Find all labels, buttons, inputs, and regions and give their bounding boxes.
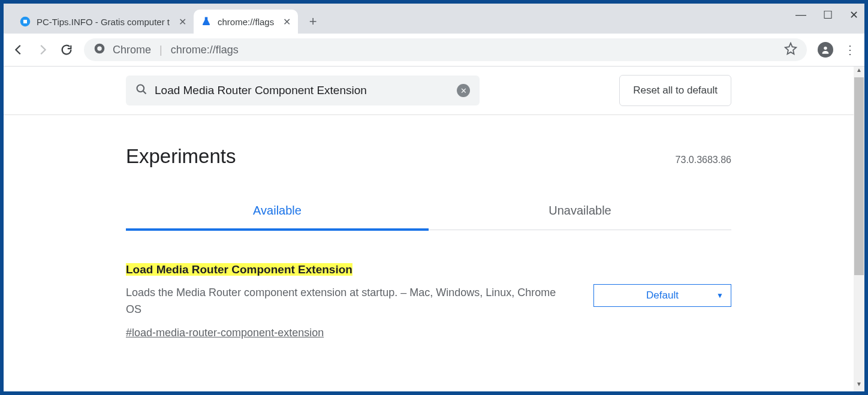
scroll-up-icon[interactable]: ▲ xyxy=(854,67,864,77)
flags-search-box[interactable]: Load Media Router Component Extension ✕ xyxy=(126,76,480,105)
experiments-heading: Experiments xyxy=(126,145,236,168)
close-icon[interactable]: ✕ xyxy=(179,16,186,28)
bookmark-star-icon[interactable] xyxy=(784,42,797,58)
info-favicon-icon xyxy=(20,16,31,27)
omnibox-divider: | xyxy=(159,44,162,56)
tab-active[interactable]: chrome://flags ✕ xyxy=(194,10,298,34)
search-input[interactable]: Load Media Router Component Extension xyxy=(155,84,450,97)
flag-item: Load Media Router Component Extension Lo… xyxy=(126,263,731,339)
scroll-down-icon[interactable]: ▼ xyxy=(854,381,864,391)
clear-search-icon[interactable]: ✕ xyxy=(457,84,470,97)
account-icon[interactable] xyxy=(818,42,833,58)
omnibox[interactable]: Chrome | chrome://flags xyxy=(84,38,807,61)
maximize-icon[interactable]: ☐ xyxy=(823,8,833,22)
flag-tabs: Available Unavailable xyxy=(126,204,731,230)
omnibox-scheme: Chrome xyxy=(113,44,151,56)
svg-rect-1 xyxy=(23,20,27,23)
kebab-menu-icon[interactable]: ⋮ xyxy=(844,43,856,57)
tab-strip: PC-Tips.INFO - Gratis computer t ✕ chrom… xyxy=(4,4,864,34)
toolbar: Chrome | chrome://flags ⋮ xyxy=(4,34,864,67)
flag-hash-link[interactable]: #load-media-router-component-extension xyxy=(126,327,324,339)
flag-description: Loads the Media Router component extensi… xyxy=(126,285,569,318)
chrome-version: 73.0.3683.86 xyxy=(676,155,731,165)
reset-all-button[interactable]: Reset all to default xyxy=(619,75,731,106)
tab-title: PC-Tips.INFO - Gratis computer t xyxy=(37,17,170,27)
window-controls: — ☐ ✕ xyxy=(795,8,858,22)
omnibox-url: chrome://flags xyxy=(171,44,239,56)
tab-unavailable[interactable]: Unavailable xyxy=(429,204,731,230)
flask-favicon-icon xyxy=(201,16,212,27)
browser-window: PC-Tips.INFO - Gratis computer t ✕ chrom… xyxy=(4,4,864,391)
vertical-scrollbar[interactable]: ▲ ▼ xyxy=(854,67,864,391)
tab-available[interactable]: Available xyxy=(126,204,429,231)
flag-title: Load Media Router Component Extension xyxy=(126,263,569,276)
page-content: Load Media Router Component Extension ✕ … xyxy=(4,67,854,391)
minimize-icon[interactable]: — xyxy=(795,8,806,22)
flag-state-select[interactable]: Default ▼ xyxy=(593,284,731,307)
search-icon xyxy=(135,83,147,98)
tab-title: chrome://flags xyxy=(218,17,274,27)
close-icon[interactable]: ✕ xyxy=(283,16,291,28)
tab-inactive[interactable]: PC-Tips.INFO - Gratis computer t ✕ xyxy=(13,10,194,34)
svg-point-4 xyxy=(824,47,827,50)
back-button[interactable] xyxy=(12,43,25,56)
reload-button[interactable] xyxy=(60,43,73,56)
svg-point-5 xyxy=(137,85,144,92)
chevron-down-icon: ▼ xyxy=(716,291,724,300)
scroll-thumb[interactable] xyxy=(854,77,864,275)
flag-select-value: Default xyxy=(646,290,679,301)
new-tab-button[interactable]: + xyxy=(303,11,323,32)
chrome-page-icon xyxy=(94,43,106,58)
close-window-icon[interactable]: ✕ xyxy=(849,8,858,22)
svg-point-3 xyxy=(97,46,102,51)
forward-button[interactable] xyxy=(36,43,49,56)
